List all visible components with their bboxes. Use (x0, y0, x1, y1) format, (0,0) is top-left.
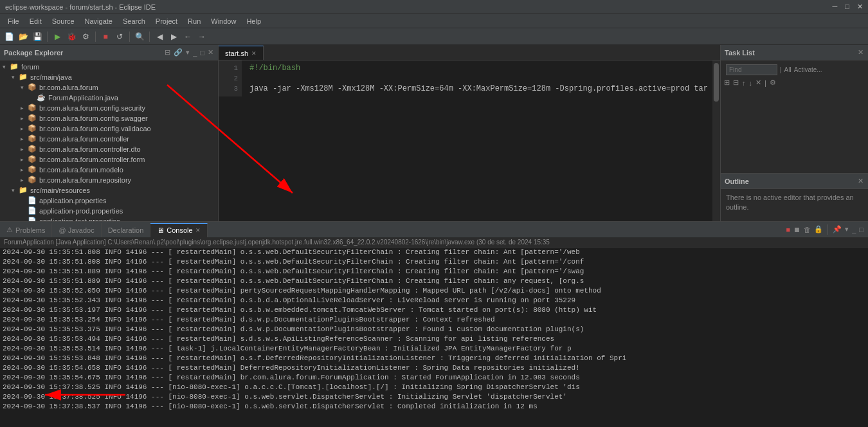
tree-label-application-test-properties: application-test.properties (39, 217, 120, 221)
pe-menu-btn[interactable]: ▾ (185, 48, 190, 57)
pe-link-btn[interactable]: 🔗 (173, 48, 183, 57)
menu-project[interactable]: Project (150, 16, 183, 26)
pe-min-btn[interactable]: _ (192, 48, 197, 57)
bottom-main: ⚠ Problems @ Javadoc Declaration 🖥 Conso… (0, 222, 868, 427)
editor-tab-close[interactable]: ✕ (251, 50, 257, 57)
menu-window[interactable]: Window (206, 16, 241, 26)
tree-item-application-test-properties[interactable]: 📄application-test.properties (0, 216, 218, 221)
toolbar-forward-btn[interactable]: → (195, 30, 208, 43)
tree-item-application-properties[interactable]: 📄application.properties (0, 195, 218, 206)
console-pin-btn[interactable]: 📌 (832, 224, 842, 234)
toolbar-sep2 (95, 32, 96, 42)
toolbar-debug-btn[interactable]: 🐞 (65, 30, 78, 43)
toolbar-stop-btn[interactable]: ■ (99, 30, 112, 43)
tree-icon-application-test-properties: 📄 (27, 217, 37, 221)
bottom-min-btn[interactable]: _ (851, 225, 856, 234)
bottom-panel-actions: ■ ⏹ 🗑 🔒 📌 ▾ _ □ (782, 224, 868, 235)
pe-close-btn[interactable]: ✕ (207, 48, 214, 57)
tree-label-br-com-alura-forum: br.com.alura.forum (39, 84, 98, 91)
console-scroll-lock-btn[interactable]: 🔒 (813, 224, 824, 234)
tree-arrow-br-com-alura-forum-controller: ▸ (21, 136, 27, 142)
tree-item-br-com-alura-forum-controller-dto[interactable]: ▸📦br.com.alura.forum.controller.dto (0, 144, 218, 154)
tree-item-br-com-alura-forum-config-security[interactable]: ▸📦br.com.alura.forum.config.security (0, 103, 218, 113)
console-header-text: ForumApplication [Java Application] C:\U… (4, 239, 550, 246)
tree-item-src-main-resources[interactable]: ▾📁src/main/resources (0, 185, 218, 195)
toolbar-prev-btn[interactable]: ◀ (153, 30, 166, 43)
tree-item-ForumApplication[interactable]: ☕ForumApplication.java (0, 93, 218, 103)
tree-item-br-com-alura-forum-repository[interactable]: ▸📦br.com.alura.forum.repository (0, 175, 218, 185)
tree-icon-br-com-alura-forum-repository: 📦 (27, 176, 37, 185)
console-menu-btn[interactable]: ▾ (844, 224, 849, 234)
tl-icon1[interactable]: ⊞ (723, 78, 730, 87)
tree-item-br-com-alura-forum-controller-form[interactable]: ▸📦br.com.alura.forum.controller.form (0, 154, 218, 165)
close-button[interactable]: ✕ (857, 3, 863, 11)
bottom-tab-javadoc[interactable]: @ Javadoc (52, 223, 101, 237)
tree-item-application-prod-properties[interactable]: 📄application-prod.properties (0, 206, 218, 216)
find-all-btn[interactable]: All (784, 66, 791, 73)
bottom-tab-declaration[interactable]: Declaration (102, 223, 151, 237)
tree-icon-br-com-alura-forum-config-validacao: 📦 (27, 124, 37, 133)
console-stop-btn[interactable]: ⏹ (793, 225, 801, 234)
bottom-tab-problems[interactable]: ⚠ Problems (0, 223, 52, 237)
pe-collapse-btn[interactable]: ⊟ (164, 48, 171, 57)
menu-help[interactable]: Help (241, 16, 266, 26)
bottom-max-btn[interactable]: □ (858, 225, 864, 234)
tree-item-br-com-alura-forum-config-validacao[interactable]: ▸📦br.com.alura.forum.config.validacao (0, 123, 218, 134)
toolbar-refresh-btn[interactable]: ↺ (113, 30, 126, 43)
menu-run[interactable]: Run (183, 16, 206, 26)
tree-item-forum[interactable]: ▾📁forum (0, 62, 218, 72)
maximize-button[interactable]: □ (845, 3, 849, 11)
tl-icon5[interactable]: ✕ (755, 78, 762, 87)
tree-item-br-com-alura-forum[interactable]: ▾📦br.com.alura.forum (0, 82, 218, 93)
tree-icon-br-com-alura-forum: 📦 (27, 83, 37, 92)
outline-title: Outline (725, 177, 749, 185)
toolbar-next-btn[interactable]: ▶ (167, 30, 180, 43)
editor-content[interactable]: 1 2 3 #!/bin/bash java -jar -Xms128M -Xm… (219, 60, 720, 221)
tl-icon2[interactable]: ⊟ (732, 78, 739, 87)
console-clear-btn[interactable]: 🗑 (803, 225, 811, 234)
toolbar-save-btn[interactable]: 💾 (31, 30, 44, 43)
tl-icon3[interactable]: ↑ (741, 78, 746, 87)
toolbar-new-btn[interactable]: 📄 (3, 30, 15, 43)
editor-scrollbar[interactable] (712, 60, 720, 221)
tree-icon-br-com-alura-forum-modelo: 📦 (27, 165, 37, 174)
console-line: 2024-09-30 15:35:52.343 INFO 14196 --- [… (0, 296, 868, 305)
tl-icon4[interactable]: ↓ (748, 78, 754, 87)
bottom-tabs-row: ⚠ Problems @ Javadoc Declaration 🖥 Conso… (0, 222, 782, 237)
outline-close-btn[interactable]: ✕ (857, 176, 864, 186)
main-area: Package Explorer ⊟ 🔗 ▾ _ □ ✕ ▾📁forum▾📁sr… (0, 45, 868, 427)
tree-item-br-com-alura-forum-modelo[interactable]: ▸📦br.com.alura.forum.modelo (0, 165, 218, 175)
minimize-button[interactable]: ─ (833, 3, 838, 11)
menu-edit[interactable]: Edit (24, 16, 47, 26)
pe-max-btn[interactable]: □ (199, 48, 205, 57)
code-content[interactable]: #!/bin/bash java -jar -Xms128M -Xmx128M … (244, 60, 720, 96)
tree-item-src-main-java[interactable]: ▾📁src/main/java (0, 72, 218, 82)
code-line-3: java -jar -Xms128M -Xmx128M -XX:PermSize… (249, 84, 715, 94)
console-tab-close[interactable]: ✕ (195, 227, 201, 233)
menu-source[interactable]: Source (47, 16, 80, 26)
find-activate-btn[interactable]: Activate... (794, 66, 822, 73)
tree-arrow-br-com-alura-forum-controller-form: ▸ (21, 156, 27, 163)
tl-close-btn[interactable]: ✕ (857, 48, 864, 57)
editor-tab-startsh[interactable]: start.sh ✕ (219, 46, 264, 60)
tl-icon7[interactable]: ⚙ (769, 78, 777, 87)
tl-icon6[interactable]: | (764, 78, 767, 87)
bottom-tab-console[interactable]: 🖥 Console ✕ (150, 223, 207, 237)
toolbar-open-btn[interactable]: 📂 (17, 30, 30, 43)
console-terminate-btn[interactable]: ■ (786, 225, 791, 234)
toolbar-runlast-btn[interactable]: ⚙ (79, 30, 92, 43)
menu-navigate[interactable]: Navigate (80, 16, 118, 26)
toolbar-back-btn[interactable]: ← (181, 30, 194, 43)
toolbar-run-btn[interactable]: ▶ (51, 30, 64, 43)
console-line: 2024-09-30 15:35:53.375 INFO 14196 --- [… (0, 325, 868, 334)
menu-search[interactable]: Search (118, 16, 150, 26)
tree-label-application-properties: application.properties (39, 197, 107, 204)
tree-item-br-com-alura-forum-config-swagger[interactable]: ▸📦br.com.alura.forum.config.swagger (0, 113, 218, 123)
editor-area: start.sh ✕ 1 2 3 #!/bin/bash java -jar -… (219, 45, 720, 221)
menu-file[interactable]: File (3, 16, 24, 26)
console-content[interactable]: 2024-09-30 15:35:51.808 INFO 14196 --- [… (0, 248, 868, 427)
find-input[interactable] (726, 64, 777, 75)
bottom-tab-bar: ⚠ Problems @ Javadoc Declaration 🖥 Conso… (0, 222, 868, 237)
toolbar-search-btn[interactable]: 🔍 (133, 30, 146, 43)
tree-item-br-com-alura-forum-controller[interactable]: ▸📦br.com.alura.forum.controller (0, 134, 218, 144)
